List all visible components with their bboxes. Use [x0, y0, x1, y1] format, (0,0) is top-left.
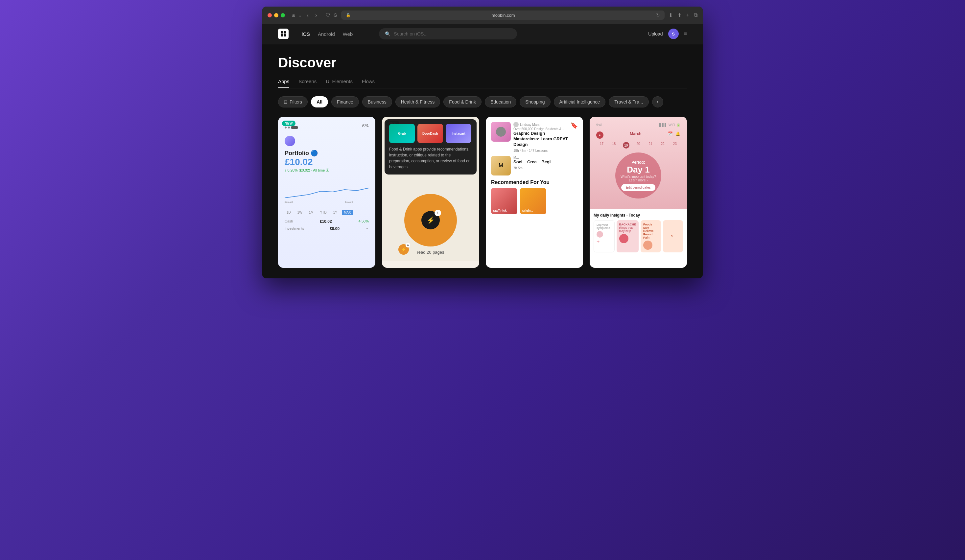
health-calendar: 17 18 19 20 21 22 23 — [596, 142, 680, 149]
health-edit-btn[interactable]: Edit period dates — [621, 184, 655, 191]
filter-education[interactable]: Education — [485, 96, 516, 108]
edu-course-title-2: Soci... Crea... Begi... — [514, 159, 578, 165]
logo[interactable] — [278, 29, 289, 39]
edu-instructor-sub: Over 500,000 Design Students &... — [514, 127, 568, 131]
filter-shopping[interactable]: Shopping — [520, 96, 550, 108]
tabs-icon[interactable]: ⧉ — [694, 12, 697, 18]
fc-tab-1d[interactable]: 1D — [285, 210, 293, 215]
health-period-status: Period: — [631, 160, 645, 165]
card-food[interactable]: NEW Grab — [382, 117, 479, 268]
staff-pick-row: Staff Pick. Origin... — [491, 188, 578, 214]
card-health[interactable]: 9:41 ▋▋▋WiFi🔋 ● — [590, 117, 687, 268]
filter-food-drink[interactable]: Food & Drink — [443, 96, 481, 108]
lightning-button[interactable]: ⚡ 1 — [421, 211, 440, 229]
filter-finance[interactable]: Finance — [331, 96, 359, 108]
fc-tab-1y[interactable]: 1Y — [331, 210, 339, 215]
share-icon[interactable]: ⬆ — [677, 12, 682, 18]
traffic-lights — [268, 13, 285, 18]
forward-button[interactable]: › — [313, 11, 319, 20]
health-plus-icon[interactable]: + — [597, 239, 612, 245]
tooltip-app-grab: Grab — [389, 124, 415, 143]
chevron-down-icon[interactable]: ⌄ — [298, 13, 302, 18]
filter-travel[interactable]: Travel & Tra... — [609, 96, 648, 108]
edu-instructor: Lindsay Marsh — [520, 123, 541, 127]
lock-icon: 🔒 — [346, 13, 351, 18]
health-cal-icons: 📅 🔔 — [668, 131, 680, 139]
card-education[interactable]: Lindsay Marsh Over 500,000 Design Studen… — [486, 117, 583, 268]
refresh-icon[interactable]: ↻ — [656, 13, 660, 18]
app-content: iOS Android Web 🔍 Search on iOS... Uploa… — [262, 24, 703, 278]
tab-apps[interactable]: Apps — [278, 78, 289, 88]
sidebar-toggle-icon[interactable]: ⊞ — [291, 13, 296, 18]
filters-icon: ⊟ — [284, 99, 288, 104]
lightning-count: 1 — [435, 210, 441, 216]
fc-change: ↑ 0.20% (£0.02) · All time ⓘ — [285, 168, 369, 173]
filters-button[interactable]: ⊟ Filters — [278, 96, 307, 108]
health-mini-foods: Foods May Relieve Period Pain — [641, 220, 661, 252]
minimize-button[interactable] — [274, 13, 278, 18]
top-nav: iOS Android Web 🔍 Search on iOS... Uploa… — [262, 24, 703, 44]
search-bar[interactable]: 🔍 Search on iOS... — [379, 28, 517, 39]
small-count: 0 — [406, 243, 410, 248]
health-mini-backache-label: BACKACHE — [619, 223, 636, 226]
nav-web[interactable]: Web — [343, 30, 353, 38]
flo-icon: ● — [596, 131, 604, 139]
staff-thumb-1: Staff Pick. — [491, 188, 517, 214]
health-signal: ▋▋▋WiFi🔋 — [659, 123, 680, 127]
svg-text:£10.02: £10.02 — [345, 200, 353, 203]
fc-tab-max[interactable]: MAX — [342, 210, 353, 215]
filter-ai[interactable]: Artificial Intelligence — [554, 96, 606, 108]
fc-tab-ytd[interactable]: YTD — [318, 210, 329, 215]
back-button[interactable]: ‹ — [305, 11, 311, 20]
fc-avatar — [285, 136, 295, 146]
card-finance[interactable]: NEW 9:41 P — [278, 117, 375, 268]
calendar-icon[interactable]: 📅 — [668, 131, 673, 139]
filter-all[interactable]: All — [311, 96, 328, 108]
tab-flows[interactable]: Flows — [362, 78, 375, 88]
tab-ui-elements[interactable]: UI Elements — [326, 78, 353, 88]
fc-time-tabs: 1D 1W 1M YTD 1Y MAX — [285, 210, 369, 215]
fullscreen-button[interactable] — [281, 13, 285, 18]
health-mini-extra: S... — [663, 220, 683, 252]
search-icon: 🔍 — [385, 31, 391, 36]
cards-grid: NEW 9:41 P — [278, 117, 687, 268]
health-mini-log-icon — [597, 231, 603, 238]
nav-android[interactable]: Android — [318, 30, 335, 38]
fc-chart: £10.02 £10.02 — [285, 178, 369, 204]
menu-icon[interactable]: ≡ — [684, 31, 687, 37]
filter-business[interactable]: Business — [362, 96, 392, 108]
fc-invest-arrow: → — [365, 227, 369, 231]
filter-next-icon[interactable]: › — [652, 96, 663, 108]
browser-chrome: ⊞ ⌄ ‹ › 🛡 G 🔒 mobbin.com ↻ ⬇ ⬆ + ⧉ — [262, 7, 703, 24]
small-lightning-btn[interactable]: ⚡ 0 — [398, 244, 409, 255]
top-nav-right: Upload S ≡ — [648, 29, 687, 39]
upload-button[interactable]: Upload — [648, 31, 662, 36]
fc-cash-row: Cash £10.02 4.50% — [285, 219, 369, 224]
cal-17: 17 — [596, 142, 607, 149]
svg-text:£10.02: £10.02 — [285, 200, 293, 203]
close-button[interactable] — [268, 13, 272, 18]
fc-tab-1w[interactable]: 1W — [296, 210, 304, 215]
avatar[interactable]: S — [668, 29, 679, 39]
logo-mark — [278, 29, 289, 39]
browser-toolbar-right: ⬇ ⬆ + ⧉ — [669, 12, 697, 18]
add-tab-icon[interactable]: + — [686, 12, 689, 18]
nav-ios[interactable]: iOS — [302, 30, 310, 38]
bookmark-icon[interactable]: 🔖 — [571, 122, 578, 152]
fc-portfolio-label: Portfolio 🔵 — [285, 150, 369, 157]
main-content: Discover Apps Screens UI Elements Flows … — [262, 44, 703, 278]
address-bar[interactable]: 🔒 mobbin.com ↻ — [341, 10, 665, 20]
bell-icon[interactable]: 🔔 — [676, 131, 680, 139]
fc-tab-1m[interactable]: 1M — [307, 210, 316, 215]
download-icon[interactable]: ⬇ — [669, 12, 673, 18]
edu-meta-2: 7h 5m... — [514, 166, 578, 170]
filters-label: Filters — [290, 99, 302, 104]
cal-22: 22 — [658, 142, 668, 149]
card-preview-finance: 9:41 Portfolio 🔵 £10.02 ↑ 0.20% (£0.02) … — [278, 117, 375, 268]
filter-health-fitness[interactable]: Health & Fitness — [396, 96, 440, 108]
edu-instructor-2: M... — [514, 156, 578, 159]
tab-screens[interactable]: Screens — [298, 78, 317, 88]
health-mini-cards: Log your symptoms + BACKACHE things that… — [594, 220, 683, 252]
page-title: Discover — [278, 55, 687, 71]
tooltip-app-instacart: Instacart — [446, 124, 471, 143]
